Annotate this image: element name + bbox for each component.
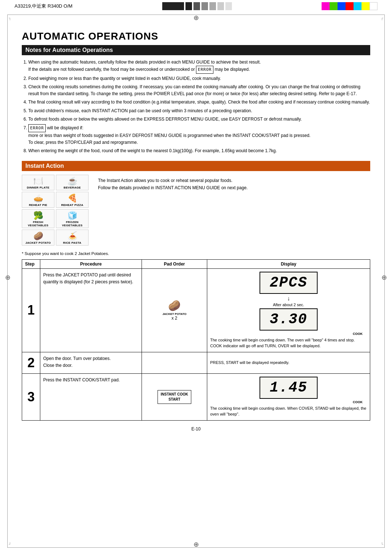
note-4: The final cooking result will vary accor… (28, 99, 370, 106)
step-number-1: 1 (22, 268, 40, 352)
black-bar-6 (217, 2, 224, 10)
header-bar: A33219,中近東 R340D O/M (0, 0, 392, 12)
table-row-3: 3 Press the INSTANT COOK/START pad. INST… (22, 373, 370, 420)
fresh-vegetables-label: FRESH VEGETABLES (23, 220, 53, 227)
display-3: 1.45 COOK The cooking time will begin co… (207, 373, 370, 420)
reheat-pizza-label: REHEAT PIZZA (57, 203, 87, 207)
pad-x2: x 2 (145, 316, 204, 321)
corner-mark-tr: ┌ (381, 16, 383, 20)
display-desc-2: PRESS, START will be displayed repeatedl… (210, 357, 367, 366)
food-item-dinner-plate: 🍽️ DINNER PLATE (22, 175, 54, 190)
food-item-fresh-vegetables: 🥦 FRESH VEGETABLES (22, 209, 54, 228)
col-step: Step (22, 259, 40, 268)
beverage-icon: ☕ (57, 177, 87, 186)
rice-pasta-icon: 🍝 (57, 231, 87, 241)
step-number-2: 2 (22, 352, 40, 373)
error-box-1: ERROR (196, 66, 213, 74)
rice-pasta-label: RICE PASTA (57, 241, 87, 244)
crosshair-right: ⊕ (381, 274, 387, 281)
black-bar-3 (193, 2, 200, 10)
col-display: Display (207, 259, 370, 268)
corner-mark-bl: ┘ (9, 542, 11, 546)
beverage-label: BEVERAGE (57, 186, 87, 189)
black-bars (162, 2, 232, 10)
dinner-plate-icon: 🍽️ (23, 177, 53, 186)
reheat-pie-icon: 🥧 (23, 194, 53, 203)
display-cook-label-3: COOK (210, 400, 363, 404)
col-procedure: Procedure (40, 259, 142, 268)
content-area: AUTOMATIC OPERATIONS Notes for Automatic… (0, 12, 392, 453)
procedure-1: Press the JACKET POTATO pad until desire… (40, 268, 142, 352)
instant-action-desc: The Instant Action allows you to cook or… (98, 175, 370, 246)
display-desc-3: The cooking time will begin counting dow… (210, 405, 367, 417)
swatch-green (330, 2, 338, 10)
procedure-3: Press the INSTANT COOK/START pad. (40, 373, 142, 420)
food-item-rice-pasta: 🍝 RICE PASTA (56, 230, 89, 245)
food-item-reheat-pie: 🥧 REHEAT PIE (22, 192, 54, 207)
swatch-yellow (362, 2, 369, 10)
main-title: AUTOMATIC OPERATIONS (22, 31, 370, 42)
fresh-vegetables-icon: 🥦 (23, 211, 53, 220)
black-bar-2 (185, 2, 192, 10)
swatch-blue (338, 2, 346, 10)
reheat-pizza-icon: 🍕 (57, 194, 87, 203)
dinner-plate-label: DINNER PLATE (23, 186, 53, 189)
corner-mark-br: └ (381, 542, 383, 546)
step-number-3: 3 (22, 373, 40, 420)
crosshair-top: ⊕ (193, 14, 199, 22)
jacket-potato-label: JACKET POTATO (23, 241, 53, 244)
food-item-jacket-potato: 🥔 JACKET POTATO (22, 230, 54, 245)
col-pad-order: Pad Order (142, 259, 207, 268)
display-330-wrapper: 3.30 COOK (210, 308, 367, 336)
after-sec-text: After about 2 sec. (210, 303, 367, 307)
reheat-pie-label: REHEAT PIE (23, 203, 53, 207)
food-item-beverage: ☕ BEVERAGE (56, 175, 89, 190)
black-bar-7 (225, 2, 232, 10)
error-box-7: ERROR (28, 124, 46, 132)
display-145: 1.45 (260, 377, 318, 399)
note-8: When entering the weight of the food, ro… (28, 147, 370, 154)
note-1: When using the automatic features, caref… (28, 59, 370, 74)
display-1: 2PCS ↓ After about 2 sec. 3.30 COOK The … (207, 268, 370, 352)
display-2pcs: 2PCS (260, 272, 318, 294)
display-cook-label-1: COOK (210, 332, 363, 336)
pad-jacket-potato-icon: 🥔 (145, 300, 204, 312)
instant-action-content: 🍽️ DINNER PLATE ☕ BEVERAGE 🥧 REHEAT PIE … (22, 175, 370, 246)
display-2: PRESS, START will be displayed repeatedl… (207, 352, 370, 373)
note-2: Food weighing more or less than the quan… (28, 75, 370, 82)
black-bar-4 (201, 2, 208, 10)
black-bar-5 (209, 2, 216, 10)
display-330: 3.30 (260, 308, 318, 331)
suppose-text: * Suppose you want to cook 2 Jacket Pota… (22, 251, 370, 256)
frozen-vegetables-label: FROZEN VEGETABLES (57, 220, 87, 227)
notes-list: When using the automatic features, caref… (22, 59, 370, 154)
food-item-reheat-pizza: 🍕 REHEAT PIZZA (56, 192, 89, 207)
food-grid: 🍽️ DINNER PLATE ☕ BEVERAGE 🥧 REHEAT PIE … (22, 175, 91, 246)
note-3: Check the cooking results sometimes duri… (28, 84, 370, 97)
instant-cook-start-pad[interactable]: INSTANT COOKSTART (158, 390, 191, 404)
notes-section-header: Notes for Automatic Operations (22, 45, 370, 55)
pad-order-1: 🥔 JACKET POTATO x 2 (142, 268, 207, 352)
color-swatches (322, 2, 377, 10)
jacket-potato-icon: 🥔 (23, 231, 53, 241)
corner-mark-tl: ┐ (9, 16, 11, 20)
black-bar-1 (162, 2, 184, 10)
table-row-2: 2 Open the door. Turn over potatoes.Clos… (22, 352, 370, 373)
page-wrapper: ┐ ┌ ┘ └ ⊕ ⊕ ⊕ ⊕ A33219,中近東 R340D O/M (0, 0, 392, 555)
swatch-cyan (354, 2, 362, 10)
table-row-1: 1 Press the JACKET POTATO pad until desi… (22, 268, 370, 352)
food-item-frozen-vegetables: 🧊 FROZEN VEGETABLES (56, 209, 89, 228)
swatch-white (369, 2, 377, 10)
swatch-magenta (322, 2, 330, 10)
arrow-down-1: ↓ (210, 295, 367, 302)
crosshair-bottom: ⊕ (193, 540, 199, 548)
swatch-red (346, 2, 354, 10)
crosshair-left: ⊕ (5, 274, 11, 281)
pad-order-3: INSTANT COOKSTART (142, 373, 207, 420)
display-145-wrapper: 1.45 COOK (210, 377, 367, 404)
header-title: A33219,中近東 R340D O/M (15, 3, 73, 9)
procedure-2: Open the door. Turn over potatoes.Close … (40, 352, 142, 373)
note-7: ERROR will be displayed if: more or less… (28, 124, 370, 146)
page-footer: E-10 (22, 426, 370, 432)
frozen-vegetables-icon: 🧊 (57, 211, 87, 220)
